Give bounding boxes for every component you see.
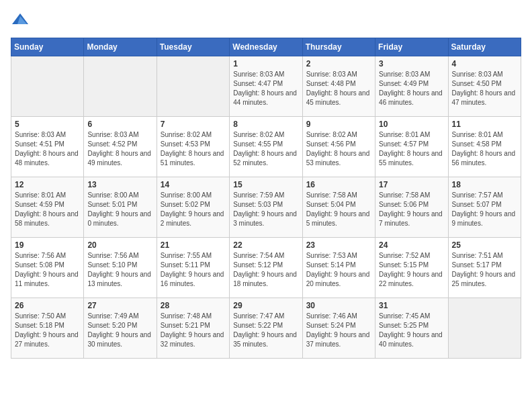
calendar-cell [157, 56, 229, 117]
day-number: 30 [306, 301, 371, 310]
day-info: Sunrise: 7:49 AMSunset: 5:20 PMDaylight:… [87, 312, 152, 349]
day-info: Sunrise: 8:01 AMSunset: 4:58 PMDaylight:… [452, 130, 517, 168]
day-info: Sunrise: 8:03 AMSunset: 4:51 PMDaylight:… [15, 130, 80, 168]
calendar-cell: 5Sunrise: 8:03 AMSunset: 4:51 PMDaylight… [11, 117, 84, 177]
calendar-body: 1Sunrise: 8:03 AMSunset: 4:47 PMDaylight… [11, 56, 521, 359]
day-number: 18 [452, 180, 517, 189]
calendar-cell: 27Sunrise: 7:49 AMSunset: 5:20 PMDayligh… [84, 298, 157, 359]
day-number: 25 [452, 240, 517, 250]
calendar-cell: 17Sunrise: 7:58 AMSunset: 5:06 PMDayligh… [375, 177, 448, 238]
calendar-header: SundayMondayTuesdayWednesdayThursdayFrid… [11, 38, 521, 56]
weekday-header-monday: Monday [84, 38, 157, 56]
weekday-header-sunday: Sunday [11, 38, 84, 56]
day-number: 21 [161, 240, 226, 250]
calendar-cell: 20Sunrise: 7:56 AMSunset: 5:10 PMDayligh… [84, 238, 157, 298]
day-info: Sunrise: 8:02 AMSunset: 4:56 PMDaylight:… [306, 130, 371, 168]
weekday-header-wednesday: Wednesday [230, 38, 302, 56]
day-number: 26 [15, 301, 80, 310]
day-number: 17 [379, 180, 444, 189]
day-info: Sunrise: 7:56 AMSunset: 5:08 PMDaylight:… [15, 251, 80, 289]
weekday-header-friday: Friday [375, 38, 448, 56]
day-number: 8 [233, 120, 298, 129]
day-number: 7 [161, 120, 226, 129]
weekday-header-thursday: Thursday [302, 38, 375, 56]
day-info: Sunrise: 7:47 AMSunset: 5:22 PMDaylight:… [233, 312, 298, 349]
calendar-cell [11, 56, 84, 117]
day-info: Sunrise: 7:51 AMSunset: 5:17 PMDaylight:… [452, 251, 517, 289]
day-info: Sunrise: 8:03 AMSunset: 4:48 PMDaylight:… [306, 70, 371, 107]
calendar-cell: 11Sunrise: 8:01 AMSunset: 4:58 PMDayligh… [448, 117, 521, 177]
calendar-cell: 10Sunrise: 8:01 AMSunset: 4:57 PMDayligh… [375, 117, 448, 177]
day-info: Sunrise: 7:46 AMSunset: 5:24 PMDaylight:… [306, 312, 371, 349]
day-info: Sunrise: 7:56 AMSunset: 5:10 PMDaylight:… [87, 251, 152, 289]
calendar-week-5: 26Sunrise: 7:50 AMSunset: 5:18 PMDayligh… [11, 298, 521, 359]
day-info: Sunrise: 8:02 AMSunset: 4:55 PMDaylight:… [233, 130, 298, 168]
day-number: 31 [379, 301, 444, 310]
day-number: 19 [15, 240, 80, 250]
day-number: 14 [161, 180, 226, 189]
day-number: 3 [379, 59, 444, 68]
calendar-cell: 1Sunrise: 8:03 AMSunset: 4:47 PMDaylight… [230, 56, 302, 117]
calendar-cell: 6Sunrise: 8:03 AMSunset: 4:52 PMDaylight… [84, 117, 157, 177]
day-number: 12 [15, 180, 80, 189]
calendar-cell: 18Sunrise: 7:57 AMSunset: 5:07 PMDayligh… [448, 177, 521, 238]
calendar-cell: 22Sunrise: 7:54 AMSunset: 5:12 PMDayligh… [230, 238, 302, 298]
calendar-cell: 24Sunrise: 7:52 AMSunset: 5:15 PMDayligh… [375, 238, 448, 298]
weekday-header-row: SundayMondayTuesdayWednesdayThursdayFrid… [11, 38, 521, 56]
calendar-cell: 26Sunrise: 7:50 AMSunset: 5:18 PMDayligh… [11, 298, 84, 359]
day-number: 20 [87, 240, 152, 250]
day-info: Sunrise: 7:54 AMSunset: 5:12 PMDaylight:… [233, 251, 298, 289]
day-number: 5 [15, 120, 80, 129]
day-number: 24 [379, 240, 444, 250]
calendar-cell: 28Sunrise: 7:48 AMSunset: 5:21 PMDayligh… [157, 298, 229, 359]
day-info: Sunrise: 8:00 AMSunset: 5:02 PMDaylight:… [161, 191, 226, 228]
calendar-cell: 14Sunrise: 8:00 AMSunset: 5:02 PMDayligh… [157, 177, 229, 238]
day-number: 22 [233, 240, 298, 250]
calendar-cell: 3Sunrise: 8:03 AMSunset: 4:49 PMDaylight… [375, 56, 448, 117]
day-number: 16 [306, 180, 371, 189]
day-number: 10 [379, 120, 444, 129]
day-info: Sunrise: 7:50 AMSunset: 5:18 PMDaylight:… [15, 312, 80, 349]
day-info: Sunrise: 7:48 AMSunset: 5:21 PMDaylight:… [161, 312, 226, 349]
calendar-cell: 23Sunrise: 7:53 AMSunset: 5:14 PMDayligh… [302, 238, 375, 298]
calendar-cell: 7Sunrise: 8:02 AMSunset: 4:53 PMDaylight… [157, 117, 229, 177]
calendar-cell: 21Sunrise: 7:55 AMSunset: 5:11 PMDayligh… [157, 238, 229, 298]
day-info: Sunrise: 7:59 AMSunset: 5:03 PMDaylight:… [233, 191, 298, 228]
day-info: Sunrise: 8:02 AMSunset: 4:53 PMDaylight:… [161, 130, 226, 168]
day-info: Sunrise: 8:03 AMSunset: 4:50 PMDaylight:… [452, 70, 517, 107]
day-number: 23 [306, 240, 371, 250]
day-info: Sunrise: 8:01 AMSunset: 4:59 PMDaylight:… [15, 191, 80, 228]
day-info: Sunrise: 7:52 AMSunset: 5:15 PMDaylight:… [379, 251, 444, 289]
day-number: 13 [87, 180, 152, 189]
day-info: Sunrise: 8:00 AMSunset: 5:01 PMDaylight:… [87, 191, 152, 228]
day-info: Sunrise: 7:45 AMSunset: 5:25 PMDaylight:… [379, 312, 444, 349]
calendar-week-3: 12Sunrise: 8:01 AMSunset: 4:59 PMDayligh… [11, 177, 521, 238]
day-info: Sunrise: 8:03 AMSunset: 4:52 PMDaylight:… [87, 130, 152, 168]
calendar-week-2: 5Sunrise: 8:03 AMSunset: 4:51 PMDaylight… [11, 117, 521, 177]
day-number: 9 [306, 120, 371, 129]
day-number: 28 [161, 301, 226, 310]
day-number: 11 [452, 120, 517, 129]
calendar-cell: 9Sunrise: 8:02 AMSunset: 4:56 PMDaylight… [302, 117, 375, 177]
calendar-cell: 16Sunrise: 7:58 AMSunset: 5:04 PMDayligh… [302, 177, 375, 238]
calendar-table: SundayMondayTuesdayWednesdayThursdayFrid… [11, 38, 521, 359]
calendar-cell: 8Sunrise: 8:02 AMSunset: 4:55 PMDaylight… [230, 117, 302, 177]
day-info: Sunrise: 8:03 AMSunset: 4:47 PMDaylight:… [233, 70, 298, 107]
calendar-week-4: 19Sunrise: 7:56 AMSunset: 5:08 PMDayligh… [11, 238, 521, 298]
calendar-cell: 30Sunrise: 7:46 AMSunset: 5:24 PMDayligh… [302, 298, 375, 359]
day-info: Sunrise: 7:58 AMSunset: 5:04 PMDaylight:… [306, 191, 371, 228]
calendar-cell: 2Sunrise: 8:03 AMSunset: 4:48 PMDaylight… [302, 56, 375, 117]
logo-icon [11, 11, 30, 30]
day-number: 6 [87, 120, 152, 129]
calendar-cell [84, 56, 157, 117]
calendar-cell: 4Sunrise: 8:03 AMSunset: 4:50 PMDaylight… [448, 56, 521, 117]
day-number: 1 [233, 59, 298, 68]
day-info: Sunrise: 7:58 AMSunset: 5:06 PMDaylight:… [379, 191, 444, 228]
day-number: 27 [87, 301, 152, 310]
page-header [11, 11, 521, 30]
calendar-cell: 12Sunrise: 8:01 AMSunset: 4:59 PMDayligh… [11, 177, 84, 238]
day-number: 2 [306, 59, 371, 68]
weekday-header-tuesday: Tuesday [157, 38, 229, 56]
calendar-cell: 29Sunrise: 7:47 AMSunset: 5:22 PMDayligh… [230, 298, 302, 359]
weekday-header-saturday: Saturday [448, 38, 521, 56]
